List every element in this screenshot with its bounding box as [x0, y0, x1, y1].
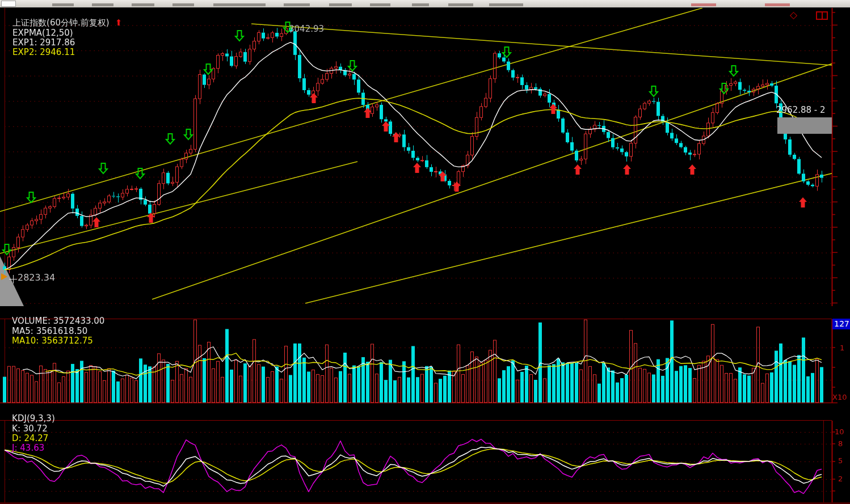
chart-canvas[interactable] [0, 0, 850, 504]
kdj-d-value: D: 24.27 [12, 433, 48, 443]
menu-item-stub[interactable] [213, 3, 266, 6]
kdj-axis-label-50: 5 [838, 457, 850, 465]
menu-item-stub[interactable] [329, 3, 352, 6]
volume-unit-label: X10 [832, 393, 847, 402]
split-window-icon-bar [822, 12, 823, 19]
diamond-icon[interactable]: ◇ [790, 10, 797, 21]
split-window-icon[interactable] [816, 11, 828, 20]
menu-item-stub[interactable] [172, 3, 194, 6]
range-price-label: 2962.88 - 2 [776, 105, 831, 115]
volume-pane-header: VOLUME: 3572433.00 MA5: 3561618.50 MA10:… [1, 307, 109, 355]
peak-price-label: 3042.93 [289, 24, 324, 34]
menu-logo-box[interactable] [1, 1, 16, 7]
volume-value: VOLUME: 3572433.00 [12, 316, 104, 326]
exp2-value: EXP2: 2946.11 [12, 47, 75, 57]
menu-item-stub[interactable] [284, 3, 310, 6]
menu-item-stub[interactable] [448, 3, 473, 6]
kdj-axis-label-100: 10 [835, 428, 849, 437]
menu-item-stub-highlight[interactable] [765, 3, 790, 6]
kdj-name: KDJ(9,3,3) [12, 413, 55, 423]
menu-item-stub[interactable] [52, 3, 74, 6]
kdj-pane-header: KDJ(9,3,3) K: 30.72 D: 24.27 J: 43.63 [1, 404, 60, 463]
menu-item-stub[interactable] [132, 3, 154, 6]
volume-axis-max-badge: 127 [832, 319, 850, 329]
menu-item-stub-highlight[interactable] [691, 3, 716, 6]
menu-item-stub[interactable] [92, 3, 113, 6]
kdj-axis-label-80: 8 [838, 440, 850, 448]
exp1-value: EXP1: 2917.86 [12, 37, 75, 48]
low-price-label: 2823.34 [18, 273, 55, 283]
menu-item-stub[interactable] [370, 3, 390, 6]
kdj-k-value: K: 30.72 [12, 423, 48, 434]
instrument-title: 上证指数(60分钟.前复权) [12, 18, 110, 28]
main-chart-header: 上证指数(60分钟.前复权)⬆ EXPMA(12,50) EXP1: 2917.… [2, 9, 128, 67]
volume-ma10: MA10: 3563712.75 [12, 336, 93, 346]
kdj-j-value: J: 43.63 [12, 443, 44, 453]
menu-item-stub[interactable] [412, 3, 429, 6]
volume-axis-label: 1 [840, 344, 844, 353]
up-arrow-icon: ⬆ [115, 18, 123, 28]
indicator-name: EXPMA(12,50) [12, 28, 73, 38]
volume-ma5: MA5: 3561618.50 [12, 326, 87, 336]
menu-bar[interactable] [0, 0, 850, 8]
trading-app-window: 上证指数(60分钟.前复权)⬆ EXPMA(12,50) EXP1: 2917.… [0, 0, 850, 504]
kdj-axis-label-20: 2 [838, 475, 850, 484]
menu-item-stub[interactable] [489, 3, 523, 6]
